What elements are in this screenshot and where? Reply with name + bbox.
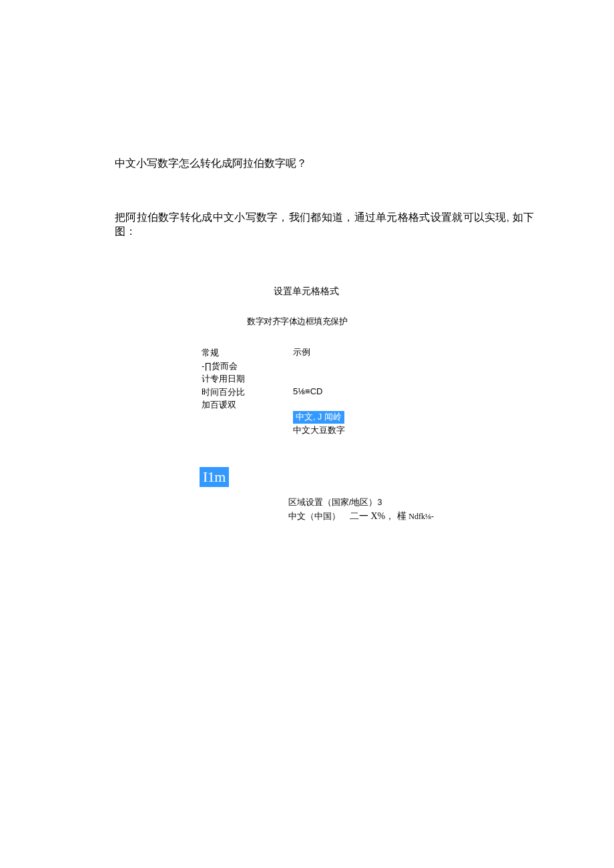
document-description: 把阿拉伯数字转化成中文小写数字，我们都知道，通过单元格格式设置就可以实现, 如下… (115, 211, 547, 239)
dialog-section: 设置单元格格式 数字对齐字体边框填充保护 常规 -∏货而会 计专用日期 时间百分… (202, 286, 547, 523)
region-locale[interactable]: 中文（中国） (288, 510, 340, 523)
type-option[interactable]: 中文大豆数字 (293, 425, 345, 436)
example-label: 示例 (293, 346, 345, 358)
region-label: 区域设置（国家/地区）3 (288, 496, 547, 509)
category-item[interactable]: 加百谖双 (202, 398, 245, 412)
dialog-tabs[interactable]: 数字对齐字体边框填充保护 (247, 316, 547, 328)
type-value: 5⅛≡CD (293, 386, 345, 396)
category-list[interactable]: 常规 -∏货而会 计专用日期 时间百分比 加百谖双 (202, 346, 245, 436)
dialog-title: 设置单元格格式 (274, 286, 547, 298)
badge: I1m (200, 467, 229, 487)
trailing-text: 二一 X%， 槿 Ndfk⅛- (350, 509, 434, 523)
region-block: 区域设置（国家/地区）3 中文（中国） 二一 X%， 槿 Ndfk⅛- (288, 496, 547, 523)
category-item[interactable]: 常规 (202, 346, 245, 360)
category-item[interactable]: 计专用日期 (202, 372, 245, 386)
type-option-selected[interactable]: 中文, J 闻岭 (293, 411, 344, 424)
category-item[interactable]: -∏货而会 (202, 360, 245, 373)
document-heading: 中文小写数字怎么转化成阿拉伯数字呢？ (115, 157, 547, 171)
category-item[interactable]: 时间百分比 (202, 386, 245, 399)
